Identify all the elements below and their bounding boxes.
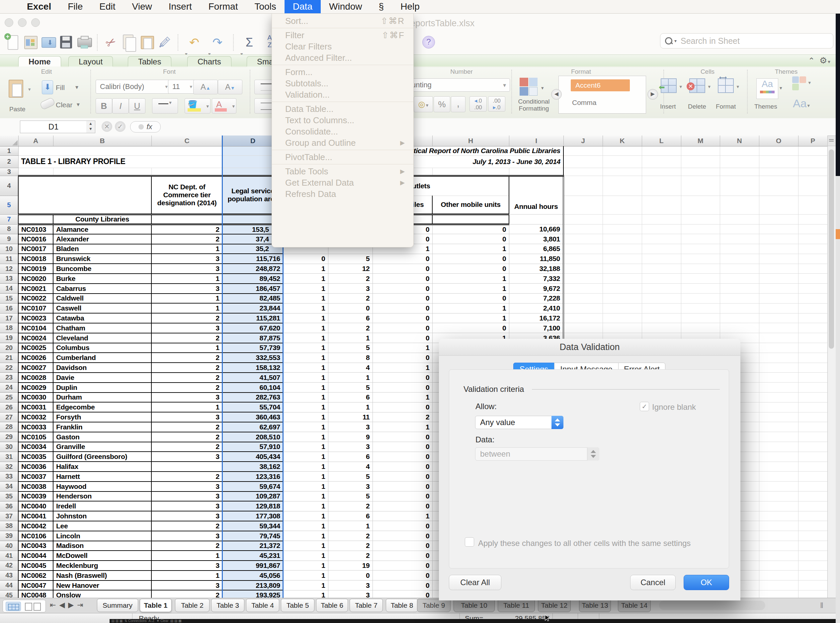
sheet-tab-table-13[interactable]: Table 13 — [579, 599, 611, 612]
clear-all-button[interactable]: Clear All — [449, 575, 501, 590]
cell[interactable] — [602, 224, 642, 234]
cell[interactable]: NC0031 — [18, 402, 53, 412]
cell[interactable]: 177,308 — [222, 511, 283, 521]
cell[interactable] — [798, 551, 828, 560]
row-header[interactable]: 18 — [0, 323, 18, 333]
row-header[interactable]: 19 — [0, 333, 18, 343]
insert-cells-label[interactable]: Insert — [660, 103, 676, 110]
cell[interactable]: Bladen — [53, 244, 152, 254]
cell[interactable] — [798, 168, 828, 176]
sheet-tab-table-2[interactable]: Table 2 — [175, 599, 210, 612]
cell[interactable]: 16,172 — [509, 313, 563, 323]
cell[interactable]: 2 — [152, 432, 222, 442]
cell[interactable]: 1 — [283, 531, 328, 541]
row-header[interactable]: 44 — [0, 580, 18, 591]
cell[interactable]: NC0039 — [18, 491, 53, 502]
cell[interactable]: NC0018 — [18, 254, 53, 264]
cell[interactable]: NC0026 — [18, 353, 53, 363]
cell[interactable]: 2 — [328, 323, 372, 333]
cell[interactable]: 0 — [372, 264, 432, 274]
cell[interactable] — [563, 254, 602, 264]
cell[interactable]: 0 — [372, 432, 432, 442]
cell[interactable] — [759, 511, 798, 521]
cell[interactable]: 1 — [283, 482, 328, 491]
cell[interactable] — [681, 234, 720, 244]
menubar-item-excel[interactable]: Excel — [18, 0, 60, 13]
column-header-J[interactable]: J — [563, 135, 602, 146]
cell[interactable]: Caldwell — [53, 293, 152, 304]
cell[interactable] — [642, 323, 681, 333]
cell[interactable]: 1 — [283, 501, 328, 511]
paste-button-icon[interactable] — [8, 80, 25, 100]
ribbon-tab-layout[interactable]: Layout — [68, 56, 113, 67]
cell[interactable] — [720, 313, 759, 323]
cell[interactable]: 0 — [372, 491, 432, 502]
row-header[interactable]: 1 — [0, 146, 18, 155]
cell[interactable] — [759, 155, 798, 168]
cell[interactable]: Halifax — [53, 462, 152, 471]
cell[interactable]: 0 — [372, 402, 432, 412]
cell[interactable]: 3 — [152, 284, 222, 293]
cell[interactable]: 0 — [372, 501, 432, 511]
cell[interactable]: 59,674 — [222, 482, 283, 491]
cell[interactable] — [759, 373, 798, 382]
cell[interactable]: 1 — [283, 264, 328, 274]
script-menu-icon[interactable]: § — [371, 0, 392, 13]
cell[interactable] — [642, 264, 681, 274]
cell[interactable]: NC0016 — [18, 234, 53, 244]
cell[interactable]: Forsyth — [53, 412, 152, 422]
cell[interactable]: NC0024 — [18, 333, 53, 343]
cell[interactable]: 1 — [372, 511, 432, 521]
cell[interactable] — [681, 323, 720, 333]
cell[interactable]: 991,867 — [222, 560, 283, 571]
clear-eraser-icon[interactable] — [40, 97, 55, 110]
cell[interactable]: 82,485 — [222, 293, 283, 304]
cell[interactable]: NC0021 — [18, 284, 53, 293]
column-header-O[interactable]: O — [759, 135, 798, 146]
cell[interactable] — [720, 274, 759, 284]
column-header-M[interactable]: M — [681, 135, 720, 146]
cancel-entry-icon[interactable]: ✕ — [101, 121, 112, 132]
row-header[interactable]: 28 — [0, 422, 18, 432]
row-header[interactable]: 16 — [0, 303, 18, 313]
cell[interactable]: NC0038 — [18, 482, 53, 491]
cell[interactable]: 2 — [152, 373, 222, 382]
cell[interactable]: 3 — [152, 323, 222, 333]
clear-dropdown-icon[interactable]: ▼ — [76, 101, 81, 107]
cell[interactable]: 109,287 — [222, 491, 283, 502]
cell[interactable]: 0 — [372, 442, 432, 452]
cell[interactable]: 1 — [328, 521, 372, 531]
cell[interactable]: 8 — [328, 353, 372, 363]
cell[interactable]: 193,925 — [222, 590, 283, 598]
cell[interactable]: 0 — [372, 521, 432, 531]
sheet-tab-table-4[interactable]: Table 4 — [246, 599, 279, 612]
cell[interactable]: 6 — [328, 313, 372, 323]
cell[interactable]: Duplin — [53, 382, 152, 393]
cell[interactable]: 1 — [283, 432, 328, 442]
fill-color-button[interactable]: 🪣 ▾ — [185, 98, 210, 114]
cell[interactable] — [681, 244, 720, 254]
cell[interactable]: 1 — [432, 244, 509, 254]
cell[interactable]: Johnston — [53, 511, 152, 521]
cell[interactable]: 0 — [372, 274, 432, 284]
cell[interactable]: 1 — [283, 323, 328, 333]
cell[interactable]: 1 — [432, 303, 509, 313]
cell[interactable]: TABLE 1 - LIBRARY PROFILE — [18, 155, 222, 168]
cell[interactable] — [798, 462, 828, 471]
cell[interactable]: NC0020 — [18, 274, 53, 284]
row-header[interactable]: 34 — [0, 482, 18, 491]
row-header[interactable]: 31 — [0, 452, 18, 462]
cell[interactable] — [798, 176, 828, 196]
ribbon-tab-tables[interactable]: Tables — [128, 56, 171, 67]
row-header[interactable]: 12 — [0, 264, 18, 274]
cell[interactable]: 1 — [283, 373, 328, 382]
cell[interactable]: 0 — [283, 254, 328, 264]
cell[interactable]: 3 — [152, 501, 222, 511]
cell[interactable] — [720, 303, 759, 313]
cell[interactable]: 0 — [372, 293, 432, 304]
cell[interactable] — [759, 168, 798, 176]
cell[interactable]: 0 — [372, 313, 432, 323]
cell[interactable]: 5 — [328, 343, 372, 353]
cell[interactable]: Edgecombe — [53, 402, 152, 412]
row-header[interactable]: 41 — [0, 551, 18, 560]
